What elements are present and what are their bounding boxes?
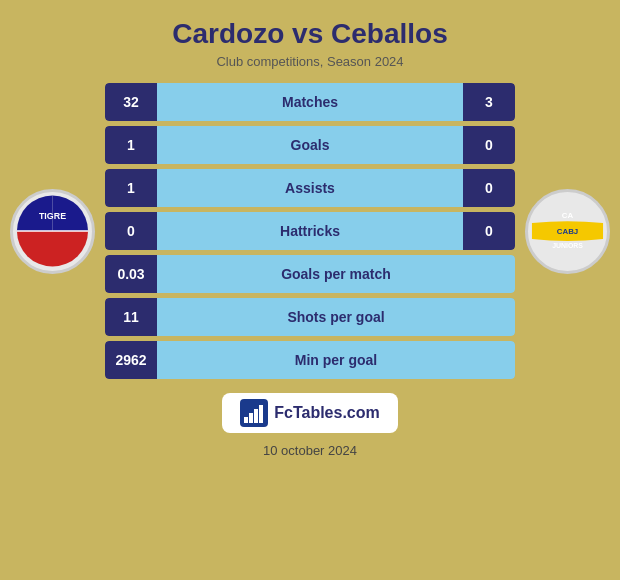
svg-rect-10 xyxy=(254,409,258,423)
stat-bar: Hattricks xyxy=(157,212,463,250)
stat-bar: Goals per match xyxy=(157,255,515,293)
stat-left-value: 2962 xyxy=(105,341,157,379)
svg-text:JUNIORS: JUNIORS xyxy=(552,242,583,249)
stat-right-value: 3 xyxy=(463,83,515,121)
page-subtitle: Club competitions, Season 2024 xyxy=(216,54,403,69)
stat-bar: Shots per goal xyxy=(157,298,515,336)
page-container: Cardozo vs Ceballos Club competitions, S… xyxy=(0,0,620,580)
stat-row: 1Assists0 xyxy=(105,169,515,207)
stat-row: 0Hattricks0 xyxy=(105,212,515,250)
svg-text:TIGRE: TIGRE xyxy=(39,211,66,221)
stat-row: 2962Min per goal xyxy=(105,341,515,379)
stat-right-value: 0 xyxy=(463,126,515,164)
stat-left-value: 1 xyxy=(105,126,157,164)
svg-rect-8 xyxy=(244,417,248,423)
main-content-row: TIGRE 32Matches31Goals01Assists00Hattric… xyxy=(10,83,610,379)
stat-row: 11Shots per goal xyxy=(105,298,515,336)
stat-row: 32Matches3 xyxy=(105,83,515,121)
stat-left-value: 32 xyxy=(105,83,157,121)
stat-bar: Goals xyxy=(157,126,463,164)
stat-row: 0.03Goals per match xyxy=(105,255,515,293)
team-left-logo: TIGRE xyxy=(10,189,95,274)
svg-rect-9 xyxy=(249,413,253,423)
team-right-logo: CA CABJ JUNIORS xyxy=(525,189,610,274)
stat-right-value: 0 xyxy=(463,212,515,250)
stat-label: Min per goal xyxy=(295,352,377,368)
stat-left-value: 0 xyxy=(105,212,157,250)
fctables-icon xyxy=(240,399,268,427)
svg-rect-11 xyxy=(259,405,263,423)
stat-label: Matches xyxy=(282,94,338,110)
date-label: 10 october 2024 xyxy=(263,443,357,458)
stat-bar: Matches xyxy=(157,83,463,121)
stat-bar: Assists xyxy=(157,169,463,207)
page-title: Cardozo vs Ceballos xyxy=(172,18,447,50)
stat-row: 1Goals0 xyxy=(105,126,515,164)
stat-right-value: 0 xyxy=(463,169,515,207)
stat-label: Goals per match xyxy=(281,266,391,282)
stat-left-value: 1 xyxy=(105,169,157,207)
stats-section: 32Matches31Goals01Assists00Hattricks00.0… xyxy=(95,83,525,379)
stat-left-value: 11 xyxy=(105,298,157,336)
svg-text:CA: CA xyxy=(562,211,574,220)
stat-label: Assists xyxy=(285,180,335,196)
footer-logo-text: FcTables.com xyxy=(274,404,380,422)
stat-label: Hattricks xyxy=(280,223,340,239)
stat-label: Goals xyxy=(291,137,330,153)
stat-label: Shots per goal xyxy=(287,309,384,325)
stat-bar: Min per goal xyxy=(157,341,515,379)
stat-left-value: 0.03 xyxy=(105,255,157,293)
footer-logo-container: FcTables.com xyxy=(222,393,398,433)
svg-text:CABJ: CABJ xyxy=(557,227,578,236)
